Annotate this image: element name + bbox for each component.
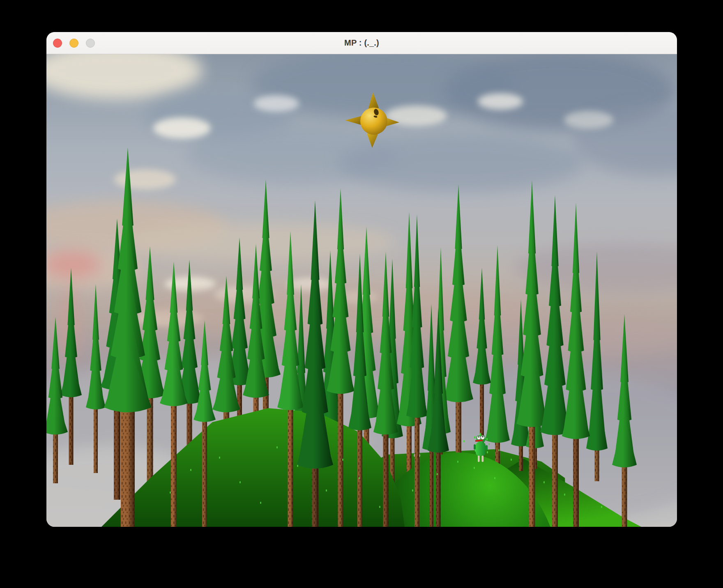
scene-canvas <box>46 54 677 527</box>
traffic-light-zoom[interactable] <box>86 39 95 48</box>
traffic-light-minimize[interactable] <box>69 39 78 48</box>
traffic-lights <box>53 32 95 54</box>
traffic-light-close[interactable] <box>53 39 62 48</box>
desktop-background: MP : (._.) <box>0 0 723 588</box>
app-window: MP : (._.) <box>46 32 677 527</box>
window-title: MP : (._.) <box>344 38 379 48</box>
window-titlebar[interactable]: MP : (._.) <box>46 32 677 54</box>
scene-viewport[interactable] <box>46 54 677 527</box>
